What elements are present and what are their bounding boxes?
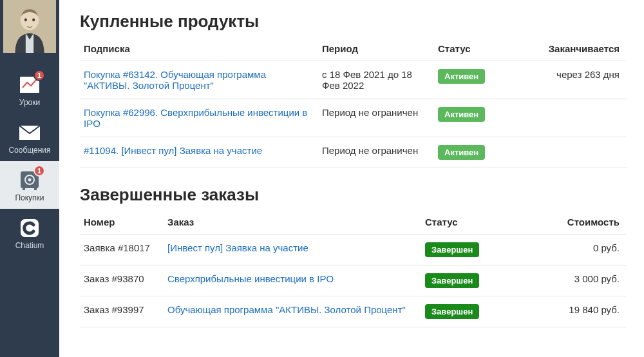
product-link[interactable]: #11094. [Инвест пул] Заявка на участие	[84, 145, 262, 156]
col-subscription: Подписка	[80, 38, 318, 61]
col-period: Период	[318, 38, 434, 61]
safe-icon: 1	[18, 169, 41, 192]
status-badge: Завершен	[425, 242, 479, 257]
cell-cost: 3 000 руб.	[518, 265, 626, 296]
mail-icon	[18, 121, 41, 144]
table-header-row: Подписка Период Статус Заканчивается	[80, 38, 626, 61]
section-title-orders: Завершенные заказы	[80, 185, 626, 205]
svg-rect-11	[23, 188, 25, 190]
col-order: Заказ	[164, 211, 421, 235]
col-cost: Стоимость	[518, 211, 626, 235]
chatium-icon	[18, 217, 41, 240]
cell-period: Период не ограничен	[318, 99, 434, 137]
table-row: Покупка #63142. Обучающая программа "АКТ…	[80, 61, 626, 99]
cell-number: Заявка #18017	[80, 235, 164, 265]
table-row: #11094. [Инвест пул] Заявка на участие П…	[80, 137, 626, 168]
sidebar-item-purchases[interactable]: 1 Покупки	[0, 161, 59, 209]
status-badge: Завершен	[425, 304, 479, 319]
svg-point-3	[32, 18, 35, 21]
cell-cost: 0 руб.	[518, 235, 626, 265]
cell-ends: через 263 дня	[531, 61, 626, 99]
order-link[interactable]: [Инвест пул] Заявка на участие	[167, 242, 308, 253]
order-link[interactable]: Обучающая программа "АКТИВЫ. Золотой Про…	[167, 304, 406, 315]
svg-point-10	[28, 179, 32, 182]
badge-count: 1	[33, 165, 45, 177]
sidebar-item-messages[interactable]: Сообщения	[0, 113, 59, 161]
cell-ends	[531, 137, 626, 168]
app-root: 1 Уроки Сообщения	[0, 0, 644, 357]
sidebar-item-label: Покупки	[15, 193, 44, 202]
svg-point-2	[24, 18, 27, 21]
order-link[interactable]: Сверхприбыльные инвестиции в IPO	[167, 273, 334, 284]
table-header-row: Номер Заказ Статус Стоимость	[80, 211, 626, 235]
products-table: Подписка Период Статус Заканчивается Пок…	[80, 38, 626, 168]
sidebar-item-lessons[interactable]: 1 Уроки	[0, 66, 59, 113]
cell-period: Период не ограничен	[318, 137, 434, 168]
sidebar-item-label: Chatium	[15, 241, 44, 250]
status-badge: Активен	[438, 107, 485, 122]
avatar-image	[3, 0, 56, 53]
product-link[interactable]: Покупка #63142. Обучающая программа "АКТ…	[84, 69, 266, 91]
status-badge: Активен	[438, 69, 485, 84]
col-status: Статус	[434, 38, 531, 61]
table-row: Заказ #93997 Обучающая программа "АКТИВЫ…	[80, 296, 626, 327]
svg-rect-6	[20, 90, 39, 93]
orders-table: Номер Заказ Статус Стоимость Заявка #180…	[80, 211, 626, 327]
status-badge: Активен	[438, 145, 485, 160]
svg-rect-12	[34, 188, 37, 190]
cell-cost: 19 840 руб.	[518, 296, 626, 327]
sidebar: 1 Уроки Сообщения	[0, 0, 59, 357]
avatar[interactable]	[3, 0, 56, 53]
section-title-products: Купленные продукты	[80, 12, 626, 32]
table-row: Заявка #18017 [Инвест пул] Заявка на уча…	[80, 235, 626, 265]
col-status: Статус	[421, 211, 518, 235]
sidebar-item-label: Уроки	[19, 98, 40, 107]
product-link[interactable]: Покупка #62996. Сверхприбыльные инвестиц…	[84, 107, 307, 129]
col-ends: Заканчивается	[531, 38, 626, 61]
cell-period: с 18 Фев 2021 до 18 Фев 2022	[318, 61, 434, 99]
sidebar-item-chatium[interactable]: Chatium	[0, 209, 59, 256]
col-number: Номер	[80, 211, 164, 235]
badge-count: 1	[33, 70, 45, 81]
table-row: Заказ #93870 Сверхприбыльные инвестиции …	[80, 265, 626, 296]
table-row: Покупка #62996. Сверхприбыльные инвестиц…	[80, 99, 626, 137]
cell-number: Заказ #93870	[80, 265, 164, 296]
main-content: Купленные продукты Подписка Период Стату…	[59, 0, 644, 357]
cell-number: Заказ #93997	[80, 296, 164, 327]
chart-icon: 1	[18, 73, 41, 97]
status-badge: Завершен	[425, 273, 479, 288]
cell-ends	[531, 99, 626, 137]
sidebar-item-label: Сообщения	[8, 146, 50, 155]
